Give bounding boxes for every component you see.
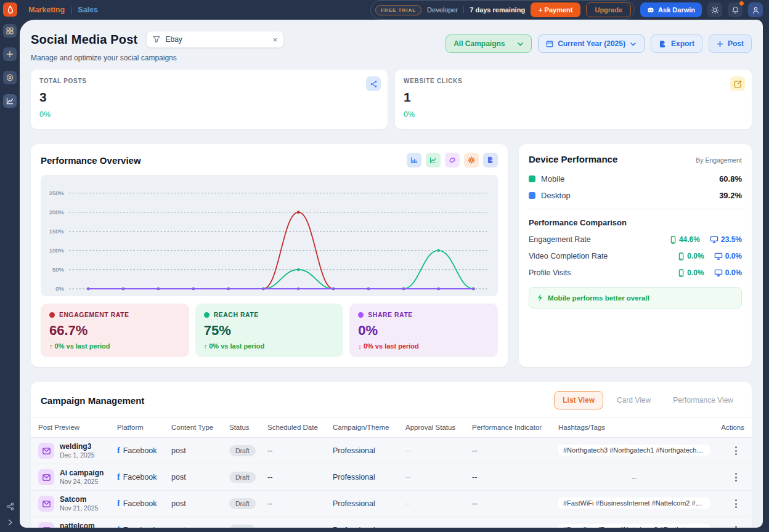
- column-header: Scheduled Date: [267, 424, 333, 431]
- campaigns-dropdown[interactable]: All Campaigns: [446, 34, 532, 53]
- column-header: Actions: [710, 424, 744, 431]
- bar-chart-view-button[interactable]: [407, 153, 421, 167]
- app-logo[interactable]: [3, 2, 17, 17]
- sidebar-expand-button[interactable]: [7, 519, 14, 526]
- target-icon: [6, 74, 14, 81]
- envelope-icon: [43, 474, 51, 481]
- status-cell: Draft: [229, 472, 267, 483]
- notifications-button[interactable]: [728, 2, 743, 17]
- website-clicks-link-button[interactable]: [730, 76, 745, 91]
- approval-status-cell: --: [405, 446, 472, 455]
- comparison-desktop-value: 0.0%: [725, 268, 742, 277]
- column-header: Approval Status: [405, 424, 472, 431]
- sidebar-item-targeting[interactable]: [3, 71, 17, 84]
- overview-toolbar: [407, 153, 498, 167]
- upgrade-button[interactable]: Upgrade: [586, 2, 631, 17]
- legend-label: Desktop: [541, 191, 571, 200]
- insight-box: Mobile performs better overall: [529, 287, 742, 308]
- table-row[interactable]: Satcom Nov 21, 2025 f Facebook post Draf…: [31, 491, 752, 517]
- free-trial-badge: FREE TRIAL: [375, 5, 421, 15]
- column-header: Content Type: [171, 424, 229, 431]
- export-button[interactable]: Export: [651, 34, 702, 53]
- nav-tab-sales[interactable]: Sales: [78, 6, 98, 14]
- sidebar-item-dashboard[interactable]: [3, 24, 17, 38]
- stats-row: TOTAL POSTS 3 0% WEBSITE CLICKS 1 0%: [31, 70, 752, 129]
- page-controls: All Campaigns Current Year (2025) Export…: [446, 34, 752, 53]
- payment-button[interactable]: + Payment: [531, 2, 580, 17]
- post-date: Dec 1, 2025: [60, 451, 95, 459]
- sidebar-item-analytics[interactable]: [3, 94, 17, 108]
- chart-container: 0%50%100%150%200%250%: [41, 175, 498, 296]
- table-row[interactable]: nattelcom Nov 21, 2025 f Facebook post D…: [31, 517, 752, 528]
- facebook-icon: f: [117, 525, 120, 528]
- platform-label: Facebook: [123, 526, 157, 528]
- sidebar-share-button[interactable]: [6, 502, 14, 510]
- status-cell: Draft: [229, 498, 267, 509]
- profile-button[interactable]: [748, 2, 763, 17]
- stat-value: 3: [39, 90, 379, 105]
- post-avatar: [38, 496, 54, 512]
- table-row[interactable]: welding3 Dec 1, 2025 f Facebook post Dra…: [31, 438, 752, 464]
- performance-indicator-cell: --: [472, 446, 558, 455]
- bar-chart-icon: [410, 156, 418, 164]
- line-chart-icon: [6, 97, 14, 105]
- filter-clear-icon[interactable]: ×: [273, 36, 278, 44]
- approval-status-cell: --: [405, 499, 472, 508]
- chart-settings-button[interactable]: [464, 153, 479, 167]
- actions-cell: [710, 444, 744, 457]
- page-title: Social Media Post: [31, 33, 137, 47]
- stat-card-website-clicks: WEBSITE CLICKS 1 0%: [395, 70, 752, 129]
- sidebar-item-create[interactable]: [3, 47, 17, 61]
- stat-delta: 0%: [39, 110, 379, 119]
- ask-darwin-label: Ask Darwin: [658, 6, 695, 14]
- gear-icon: [468, 156, 475, 164]
- performance-indicator-cell: --: [472, 526, 558, 528]
- card-view-button[interactable]: Card View: [608, 391, 659, 409]
- nav-separator: |: [70, 6, 72, 14]
- post-name: welding3: [60, 442, 95, 451]
- list-view-button[interactable]: List View: [554, 391, 603, 409]
- row-actions-button[interactable]: [733, 497, 739, 510]
- filter-chip[interactable]: Ebay ×: [146, 31, 284, 48]
- actions-cell: [710, 470, 744, 484]
- svg-text:150%: 150%: [49, 228, 65, 235]
- post-preview-cell: nattelcom Nov 21, 2025: [38, 522, 117, 528]
- scheduled-date-cell: --: [267, 526, 333, 528]
- donut-chart-view-button[interactable]: [445, 153, 460, 167]
- platform-label: Facebook: [123, 473, 157, 482]
- metric-label: ENGAGEMENT RATE: [59, 311, 129, 318]
- platform-cell: f Facebook: [117, 446, 171, 456]
- mobile-icon: [678, 269, 685, 277]
- stat-card-total-posts: TOTAL POSTS 3 0%: [31, 70, 388, 129]
- sun-icon: [711, 6, 719, 14]
- period-dropdown[interactable]: Current Year (2025): [538, 34, 645, 53]
- facebook-icon: f: [117, 472, 120, 482]
- ask-darwin-button[interactable]: Ask Darwin: [640, 2, 702, 17]
- trial-divider: [463, 6, 464, 14]
- envelope-icon: [43, 448, 51, 454]
- row-actions-button[interactable]: [733, 444, 739, 457]
- row-actions-button[interactable]: [733, 470, 739, 484]
- theme-toggle-button[interactable]: [707, 2, 722, 17]
- performance-indicator-cell: --: [472, 499, 558, 508]
- table-header: Post PreviewPlatformContent TypeStatusSc…: [31, 417, 752, 438]
- page-subtitle: Manage and optimize your social campaign…: [31, 54, 284, 62]
- app-logo-icon: [6, 6, 14, 14]
- row-actions-button[interactable]: [733, 523, 739, 528]
- post-avatar: [38, 469, 54, 485]
- chevron-down-icon: [630, 41, 637, 47]
- nav-tab-marketing[interactable]: Marketing: [28, 6, 65, 14]
- total-posts-share-button[interactable]: [366, 76, 381, 91]
- post-button[interactable]: Post: [709, 34, 752, 53]
- bell-icon: [731, 6, 739, 14]
- device-title: Device Performance: [529, 154, 617, 164]
- device-performance-card: Device Performance By Engagement Mobile …: [519, 144, 752, 367]
- post-name: nattelcom: [60, 522, 98, 528]
- svg-text:250%: 250%: [49, 190, 65, 196]
- performance-view-button[interactable]: Performance View: [664, 391, 742, 409]
- chart-export-button[interactable]: [483, 153, 498, 167]
- table-row[interactable]: Ai campaign Nov 24, 2025 f Facebook post…: [31, 464, 752, 491]
- device-subtitle: By Engagement: [696, 156, 742, 164]
- line-chart-view-button[interactable]: [426, 153, 441, 167]
- post-date: Nov 21, 2025: [60, 504, 98, 512]
